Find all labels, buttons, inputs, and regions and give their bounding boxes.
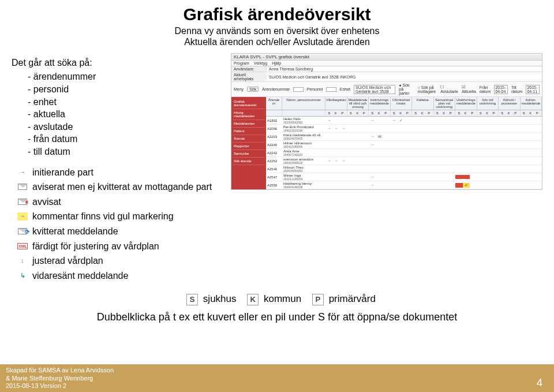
grid-cell-icon[interactable] xyxy=(325,183,333,188)
grid-cell-icon[interactable] xyxy=(492,118,499,123)
col-vardbegaran[interactable]: Vårdbegäran xyxy=(325,97,347,110)
grid-cell-icon[interactable] xyxy=(420,183,427,188)
grid-cell-icon[interactable] xyxy=(362,118,369,123)
grid-cell-icon[interactable] xyxy=(492,135,499,139)
grid-cell-icon[interactable] xyxy=(463,175,470,179)
grid-cell-icon[interactable] xyxy=(405,183,413,188)
grid-cell-icon[interactable] xyxy=(412,159,420,163)
grid-cell-icon[interactable] xyxy=(434,135,441,139)
grid-cell-icon[interactable] xyxy=(354,159,362,163)
grid-cell-icon[interactable] xyxy=(340,175,347,179)
menu-verktyg[interactable]: Verktyg xyxy=(254,61,267,65)
sidebar-item-arende[interactable]: Ärende xyxy=(233,135,265,143)
grid-cell-icon[interactable] xyxy=(477,159,485,163)
grid-cell-icon[interactable] xyxy=(362,175,369,179)
check-avslutade[interactable]: Avslutade xyxy=(440,89,458,94)
grid-cell-icon[interactable] xyxy=(463,126,470,130)
grid-cell-icon[interactable] xyxy=(434,126,441,130)
grid-cell-icon[interactable] xyxy=(477,183,485,188)
grid-cell-icon[interactable] xyxy=(463,143,470,147)
grid-cell-icon[interactable] xyxy=(347,183,355,188)
grid-cell-icon[interactable] xyxy=(484,135,492,139)
till-datum-input[interactable]: 2015-04-11 xyxy=(526,85,540,94)
grid-cell-icon[interactable]: → xyxy=(391,118,398,123)
grid-cell-icon[interactable] xyxy=(325,143,333,147)
table-row[interactable]: A2546Nilsson Theo192504059260 xyxy=(266,165,542,173)
grid-cell-icon[interactable] xyxy=(376,143,384,147)
col-oforandrad[interactable]: Oförändrad insats xyxy=(391,97,412,110)
grid-cell-icon[interactable] xyxy=(434,143,441,147)
grid-cell-icon[interactable] xyxy=(383,175,391,179)
arendenummer-input[interactable] xyxy=(293,87,303,92)
grid-cell-icon[interactable] xyxy=(426,135,434,139)
grid-cell-icon[interactable] xyxy=(535,175,542,179)
personid-input[interactable] xyxy=(326,87,336,92)
grid-cell-icon[interactable] xyxy=(477,143,485,147)
radio-sok-parter[interactable]: Sök på parter xyxy=(399,83,409,95)
grid-cell-icon[interactable]: → xyxy=(325,118,333,123)
grid-cell-icon[interactable] xyxy=(376,118,384,123)
table-row[interactable]: A2096Per-Erik Primärvärd194012019196→→→ xyxy=(266,125,542,133)
col-admin[interactable]: Admin. meddelande xyxy=(521,97,542,110)
grid-cell-icon[interactable] xyxy=(426,126,434,130)
grid-cell-icon[interactable] xyxy=(506,143,514,147)
grid-cell-icon[interactable] xyxy=(340,135,347,139)
grid-cell-icon[interactable] xyxy=(434,118,441,123)
grid-cell-icon[interactable] xyxy=(340,118,347,123)
grid-cell-icon[interactable] xyxy=(362,183,369,188)
radio-sok-mottagare[interactable]: Sök på mottagare xyxy=(418,85,436,94)
grid-cell-icon[interactable] xyxy=(340,183,347,188)
table-row[interactable]: A2242Anka Arne194507149220 xyxy=(266,149,542,157)
grid-cell-icon[interactable] xyxy=(492,126,499,130)
grid-cell-icon[interactable] xyxy=(470,183,477,188)
grid-cell-icon[interactable]: ✓ xyxy=(463,183,470,188)
grid-cell-icon[interactable] xyxy=(477,118,485,123)
grid-cell-icon[interactable] xyxy=(499,135,506,139)
grid-cell-icon[interactable] xyxy=(499,143,506,147)
grid-cell-icon[interactable] xyxy=(470,118,477,123)
grid-cell-icon[interactable]: → xyxy=(369,143,376,147)
grid-cell-icon[interactable] xyxy=(354,118,362,123)
grid-cell-icon[interactable] xyxy=(398,175,405,179)
table-row[interactable]: A1892Helen Felix191006042392→→→✓ xyxy=(266,117,542,125)
grid-cell-icon[interactable] xyxy=(376,183,384,188)
grid-cell-icon[interactable] xyxy=(506,175,514,179)
grid-cell-icon[interactable] xyxy=(535,118,542,123)
grid-cell-icon[interactable] xyxy=(506,135,514,139)
grid-cell-icon[interactable] xyxy=(506,118,514,123)
grid-cell-icon[interactable] xyxy=(527,126,535,130)
grid-cell-icon[interactable] xyxy=(412,143,420,147)
grid-cell-icon[interactable] xyxy=(420,175,427,179)
grid-cell-icon[interactable]: ✉ xyxy=(376,135,384,139)
grid-cell-icon[interactable] xyxy=(383,143,391,147)
grid-cell-icon[interactable] xyxy=(477,135,485,139)
grid-cell-icon[interactable] xyxy=(362,159,369,163)
grid-cell-icon[interactable] xyxy=(521,126,528,130)
grid-cell-icon[interactable] xyxy=(499,159,506,163)
grid-cell-icon[interactable] xyxy=(376,175,384,179)
grid-cell-icon[interactable] xyxy=(513,175,521,179)
grid-cell-icon[interactable] xyxy=(412,118,420,123)
grid-cell-icon[interactable]: → xyxy=(369,135,376,139)
grid-cell-icon[interactable] xyxy=(535,183,542,188)
grid-cell-icon[interactable] xyxy=(420,159,427,163)
grid-cell-icon[interactable]: → xyxy=(340,126,347,130)
grid-cell-icon[interactable] xyxy=(499,118,506,123)
grid-cell-icon[interactable] xyxy=(463,159,470,163)
grid-cell-icon[interactable] xyxy=(492,143,499,147)
grid-cell-icon[interactable] xyxy=(513,135,521,139)
col-namn[interactable]: Namn, personnummer xyxy=(282,97,325,110)
grid-cell-icon[interactable] xyxy=(333,183,340,188)
grid-cell-icon[interactable] xyxy=(484,183,492,188)
grid-cell-icon[interactable]: → xyxy=(369,183,376,188)
grid-cell-icon[interactable] xyxy=(398,135,405,139)
sidebar-item-rapporter[interactable]: Rapporter xyxy=(233,143,265,150)
grid-cell-icon[interactable] xyxy=(391,143,398,147)
grid-cell-icon[interactable] xyxy=(527,183,535,188)
grid-cell-icon[interactable] xyxy=(521,118,528,123)
grid-cell-icon[interactable] xyxy=(347,135,355,139)
grid-cell-icon[interactable] xyxy=(521,183,528,188)
grid-cell-icon[interactable] xyxy=(369,159,376,163)
grid-cell-icon[interactable] xyxy=(383,159,391,163)
grid-cell-icon[interactable] xyxy=(527,118,535,123)
